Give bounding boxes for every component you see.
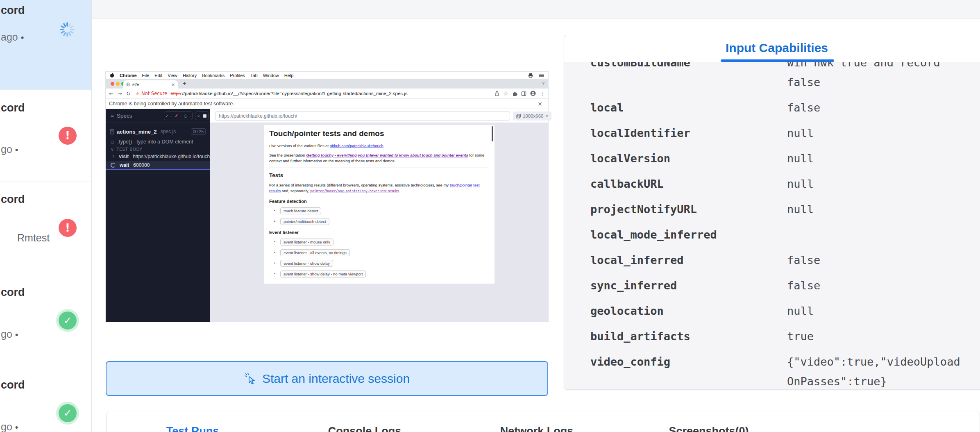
build-subtitle: go • xyxy=(1,328,18,340)
menu-item-history[interactable]: History xyxy=(183,73,197,78)
event-link[interactable]: event listener - mouse only xyxy=(280,239,333,246)
specs-menu[interactable]: ≡ Specs xyxy=(111,113,132,119)
build-list-item[interactable]: cord ! Rmtest xyxy=(0,182,91,270)
active-tab-underline xyxy=(721,59,834,62)
command-row-wait-active[interactable]: wait 600000 xyxy=(106,161,210,170)
kebab-menu-icon[interactable]: ⋮ xyxy=(540,91,545,97)
mac-menubar: Chrome File Edit View History Bookmarks … xyxy=(106,72,548,79)
menu-item-help[interactable]: Help xyxy=(284,73,294,78)
build-title: cord xyxy=(1,286,25,299)
menu-item-window[interactable]: Window xyxy=(263,73,279,78)
browser-tab[interactable]: e2e × xyxy=(123,80,178,89)
build-title: cord xyxy=(1,379,25,391)
bookmark-star-icon[interactable]: ☆ xyxy=(503,90,508,97)
command-row-visit[interactable]: 1 visit https://patrickhlauke.github.io/… xyxy=(106,152,210,161)
page-scrollbar[interactable] xyxy=(492,126,493,141)
list-item: • pointer/multitouch detect xyxy=(274,218,488,225)
menu-list-icon[interactable] xyxy=(539,73,544,77)
cypress-runner: ≡ Specs ✓- ✗- ○- ∨ xyxy=(106,109,548,322)
globe-favicon xyxy=(126,82,130,86)
forward-icon[interactable]: → xyxy=(118,91,122,97)
build-subtitle-text: ago xyxy=(1,31,18,43)
menu-item-view[interactable]: View xyxy=(168,73,177,78)
specs-label: Specs xyxy=(117,113,132,119)
printer-icon[interactable] xyxy=(528,73,533,78)
test-results-link2[interactable]: test results xyxy=(379,189,399,193)
stop-icon[interactable] xyxy=(203,114,206,118)
capability-row: projectNotifyURL null xyxy=(564,200,980,219)
tab-close-icon[interactable]: × xyxy=(172,82,175,87)
menu-item-chrome[interactable]: Chrome xyxy=(120,73,137,78)
test-body-section[interactable]: ∨ TEST BODY xyxy=(106,146,210,152)
feature-link[interactable]: touch feature detect xyxy=(280,207,321,214)
page-title: Touch/pointer tests and demos xyxy=(269,129,488,138)
feature-detection-heading: Feature detection xyxy=(269,199,488,204)
new-tab-button[interactable]: + xyxy=(183,80,186,86)
spec-extension: .spec.js xyxy=(159,129,176,134)
test-title-row[interactable]: ○ .type() - type into a DOM element xyxy=(106,138,210,146)
menu-item-edit[interactable]: Edit xyxy=(154,73,162,78)
event-link[interactable]: event listener - show delay xyxy=(280,260,333,267)
github-repo-link[interactable]: github.com/patrickhlauke/touch xyxy=(330,143,383,148)
event-link[interactable]: event listener - all events, no timings xyxy=(280,249,350,256)
spec-file-header[interactable]: actions_mine_2 .spec.js 00:25 xyxy=(106,125,210,138)
capability-value: false xyxy=(787,98,971,118)
capability-row: local_inferred false xyxy=(564,250,980,270)
tab-test-runs[interactable]: Test Runs xyxy=(107,425,279,432)
pointer-hover-link[interactable]: pointer/hover/any-pointer/any-hover xyxy=(310,189,379,193)
success-status-icon: ✓ xyxy=(59,311,77,330)
build-list-item[interactable]: cord ago • xyxy=(0,0,91,89)
build-list-item[interactable]: cord ✓ go • xyxy=(0,363,91,432)
menu-item-tab[interactable]: Tab xyxy=(250,73,258,78)
capability-key: projectNotifyURL xyxy=(590,200,787,219)
build-subtitle: Rmtest xyxy=(17,232,50,244)
capability-key: callbackURL xyxy=(590,174,787,194)
automation-infobar: Chrome is being controlled by automated … xyxy=(106,99,548,109)
capability-key: local xyxy=(590,98,787,118)
list-item: • event listener - show delay - no meta … xyxy=(274,271,488,277)
capability-value: null xyxy=(787,200,971,219)
build-subtitle: go • xyxy=(1,143,18,155)
extensions-puzzle-icon[interactable] xyxy=(512,91,517,96)
back-icon[interactable]: ← xyxy=(109,91,113,97)
profile-avatar-icon[interactable] xyxy=(530,91,536,96)
share-icon[interactable] xyxy=(495,91,499,96)
build-list-item[interactable]: cord ✓ go • xyxy=(0,270,91,363)
viewport-size-control[interactable]: 1000x660 ∨ xyxy=(513,111,551,121)
menu-item-profiles[interactable]: Profiles xyxy=(230,73,245,78)
list-item: • event listener - mouse only xyxy=(274,239,488,246)
tab-console-logs[interactable]: Console Logs xyxy=(279,425,451,432)
section-label: TEST BODY xyxy=(116,147,142,152)
event-link[interactable]: event listener - show delay - no meta vi… xyxy=(280,271,366,277)
build-list-item[interactable]: cord ! go • xyxy=(0,89,91,182)
infobar-close-icon[interactable]: × xyxy=(538,100,542,107)
not-secure-badge[interactable]: ⚠ Not Secure xyxy=(136,91,168,96)
capability-row: localVersion null xyxy=(564,149,980,168)
aut-url-field[interactable]: https://patrickhlauke.github.io/touch/ xyxy=(215,111,510,121)
reload-icon[interactable]: ↻ xyxy=(126,91,131,97)
side-panel-icon[interactable] xyxy=(521,91,526,96)
url-field[interactable]: https://patrickhlauke.github.io/__/#/spe… xyxy=(170,91,407,96)
warning-icon: ⚠ xyxy=(136,91,140,96)
close-window-button[interactable] xyxy=(111,82,114,86)
bullet-icon: • xyxy=(274,209,275,213)
tab-input-capabilities[interactable]: Input Capabilities xyxy=(564,41,980,55)
start-interactive-session-button[interactable]: Start an interactive session xyxy=(106,361,548,396)
tab-network-logs[interactable]: Network Logs xyxy=(451,425,623,432)
start-session-label: Start an interactive session xyxy=(262,372,410,386)
collapse-chevron-icon[interactable]: ∨ xyxy=(197,114,200,118)
menu-item-file[interactable]: File xyxy=(142,73,150,78)
build-list-sidebar: cord ago • xyxy=(0,0,92,432)
tab-search-chevron-icon[interactable]: ∨ xyxy=(542,81,545,85)
input-capabilities-card: customBuildName win hwk true and record … xyxy=(564,35,980,390)
feature-link[interactable]: pointer/multitouch detect xyxy=(280,218,329,225)
tab-screenshots[interactable]: Screenshots(0) xyxy=(623,425,795,432)
getting-touchy-link[interactable]: Getting touchy - everything you (n)ever … xyxy=(306,153,468,157)
menu-item-bookmarks[interactable]: Bookmarks xyxy=(202,73,225,78)
build-title: cord xyxy=(1,4,25,17)
minimize-window-button[interactable] xyxy=(116,82,120,86)
capability-row: geolocation null xyxy=(564,301,980,321)
failed-icon: ✗ xyxy=(175,114,178,118)
paragraph-text: Live versions of the various files at xyxy=(269,143,330,148)
cypress-command-log: ≡ Specs ✓- ✗- ○- ∨ xyxy=(106,109,210,322)
